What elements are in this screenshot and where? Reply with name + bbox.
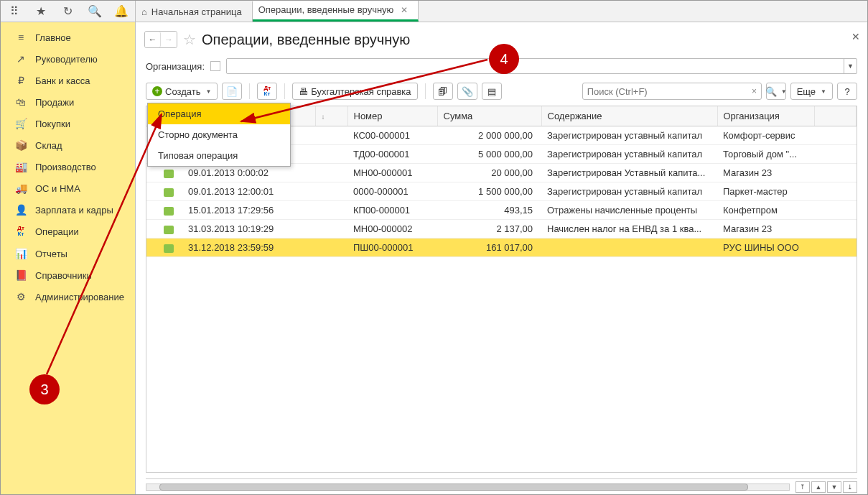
document-icon	[164, 170, 174, 178]
callout-4: 4	[489, 44, 519, 74]
col-extra[interactable]	[814, 106, 857, 126]
chart-up-icon: ↗	[15, 53, 27, 65]
favorite-star-icon[interactable]: ☆	[183, 31, 196, 48]
col-sort[interactable]: ↓	[315, 106, 347, 126]
sidebar-item-bank[interactable]: ₽Банк и касса	[1, 70, 135, 91]
person-icon: 👤	[15, 204, 27, 216]
dd-item-operation[interactable]: Операция	[148, 103, 290, 124]
document-icon	[164, 226, 174, 234]
org-select[interactable]: ▼	[226, 58, 857, 74]
table-row[interactable]: 09.01.2013 12:00:010000-0000011 500 000,…	[146, 182, 857, 201]
tab-label: Начальная страница	[151, 6, 242, 17]
col-descr[interactable]: Содержание	[541, 106, 717, 126]
document-icon	[164, 188, 174, 197]
tabs: ⌂ Начальная страница Операции, введенные…	[136, 1, 419, 22]
tab-label: Операции, введенные вручную	[258, 4, 394, 15]
cart-icon: 🛒	[15, 118, 27, 129]
sidebar: ≡Главное ↗Руководителю ₽Банк и касса 🛍Пр…	[1, 22, 136, 494]
search-icon[interactable]: 🔍	[83, 4, 107, 18]
scroll-track[interactable]	[146, 484, 790, 491]
sidebar-item-sales[interactable]: 🛍Продажи	[1, 91, 135, 113]
print-icon: 🖶	[299, 86, 308, 97]
list-button[interactable]: ▤	[482, 83, 502, 100]
truck-icon: 🚚	[15, 182, 27, 194]
sidebar-item-assets[interactable]: 🚚ОС и НМА	[1, 177, 135, 199]
table-row[interactable]: 15.01.2013 17:29:56КП00-000001493,15Отра…	[146, 201, 857, 220]
org-checkbox[interactable]	[210, 61, 220, 71]
search-input[interactable]	[583, 86, 748, 97]
col-sum[interactable]: Сумма	[437, 106, 541, 126]
top-icon-group: ⠿ ★ ↻ 🔍 🔔	[1, 1, 136, 22]
history-icon[interactable]: ↻	[55, 4, 80, 18]
dtkt-icon: ДтКт	[15, 226, 27, 238]
forward-button[interactable]: →	[161, 32, 177, 47]
tab-home[interactable]: ⌂ Начальная страница	[136, 1, 253, 22]
col-org[interactable]: Организация	[717, 106, 814, 126]
toolbar: + Создать ▼ Операция Сторно документа Ти…	[139, 80, 864, 106]
caret-icon: ▼	[205, 88, 211, 95]
attach-button[interactable]: 📎	[457, 83, 477, 100]
table-row[interactable]: 31.12.2018 23:59:59ПШ00-000001161 017,00…	[146, 239, 857, 257]
box-icon: 📦	[15, 139, 27, 151]
dtkt-button[interactable]: ДтКт	[257, 83, 277, 100]
main-area: ≡Главное ↗Руководителю ₽Банк и касса 🛍Пр…	[1, 22, 867, 494]
menu-icon: ≡	[15, 32, 27, 43]
dd-item-storno[interactable]: Сторно документа	[148, 124, 290, 145]
sort-asc-icon: ↓	[322, 113, 325, 121]
scroll-down-button[interactable]: ▼	[827, 481, 841, 493]
table-row[interactable]: 31.03.2013 10:19:29МН00-0000022 137,00На…	[146, 220, 857, 239]
dd-item-typical[interactable]: Типовая операция	[148, 145, 290, 166]
clear-icon[interactable]: ×	[748, 86, 761, 96]
factory-icon: 🏭	[15, 161, 27, 172]
close-icon[interactable]: ✕	[401, 5, 408, 15]
sidebar-item-reports[interactable]: 📊Отчеты	[1, 243, 135, 264]
sidebar-item-catalogs[interactable]: 📕Справочники	[1, 264, 135, 286]
sidebar-item-purchases[interactable]: 🛒Покупки	[1, 113, 135, 134]
gear-icon: ⚙	[15, 291, 27, 302]
org-input[interactable]	[227, 59, 844, 73]
scroll-bottom-button[interactable]: ⤓	[843, 481, 857, 493]
page-title: Операции, введенные вручную	[202, 32, 410, 48]
scroll-controls: ⤒ ▲ ▼ ⤓	[146, 478, 857, 494]
chevron-down-icon[interactable]: ▼	[844, 59, 857, 73]
close-page-button[interactable]: ✕	[851, 31, 860, 42]
col-number[interactable]: Номер	[347, 106, 437, 126]
find-button[interactable]: 🔍▼	[766, 83, 786, 100]
scroll-up-button[interactable]: ▲	[811, 481, 826, 493]
sidebar-item-production[interactable]: 🏭Производство	[1, 156, 135, 177]
org-label: Организация:	[146, 61, 205, 72]
book-icon: 📕	[15, 269, 27, 281]
top-bar: ⠿ ★ ↻ 🔍 🔔 ⌂ Начальная страница Операции,…	[1, 1, 867, 22]
sidebar-item-hr[interactable]: 👤Зарплата и кадры	[1, 199, 135, 221]
sidebar-item-manager[interactable]: ↗Руководителю	[1, 48, 135, 70]
home-icon: ⌂	[141, 6, 147, 17]
search-box[interactable]: ×	[582, 83, 762, 100]
bag-icon: 🛍	[15, 96, 27, 108]
copy-button[interactable]: 📄	[222, 83, 242, 100]
copy2-button[interactable]: 🗐	[433, 83, 453, 100]
document-icon	[164, 207, 174, 216]
sidebar-item-main[interactable]: ≡Главное	[1, 27, 135, 48]
document-icon	[164, 244, 174, 253]
more-button[interactable]: Еще▼	[790, 83, 833, 100]
help-button[interactable]: ?	[837, 83, 857, 100]
sidebar-item-operations[interactable]: ДтКтОперации	[1, 221, 135, 243]
tab-operations[interactable]: Операции, введенные вручную ✕	[253, 0, 419, 22]
scroll-thumb[interactable]	[159, 484, 748, 491]
barchart-icon: 📊	[15, 248, 27, 259]
create-dropdown: Операция Сторно документа Типовая операц…	[147, 103, 291, 167]
plus-icon: +	[152, 86, 162, 96]
star-icon[interactable]: ★	[29, 4, 53, 18]
scroll-top-button[interactable]: ⤒	[795, 481, 810, 493]
content: ✕ ← → ☆ Операции, введенные вручную Орга…	[136, 22, 867, 494]
apps-icon[interactable]: ⠿	[2, 4, 27, 18]
accounting-ref-button[interactable]: 🖶 Бухгалтерская справка	[292, 83, 417, 100]
back-button[interactable]: ←	[145, 32, 161, 47]
create-button[interactable]: + Создать ▼	[146, 83, 218, 100]
bell-icon[interactable]: 🔔	[109, 4, 134, 18]
callout-3: 3	[29, 374, 60, 404]
sidebar-item-admin[interactable]: ⚙Администрирование	[1, 286, 135, 307]
sidebar-item-stock[interactable]: 📦Склад	[1, 134, 135, 156]
ruble-icon: ₽	[15, 75, 27, 86]
